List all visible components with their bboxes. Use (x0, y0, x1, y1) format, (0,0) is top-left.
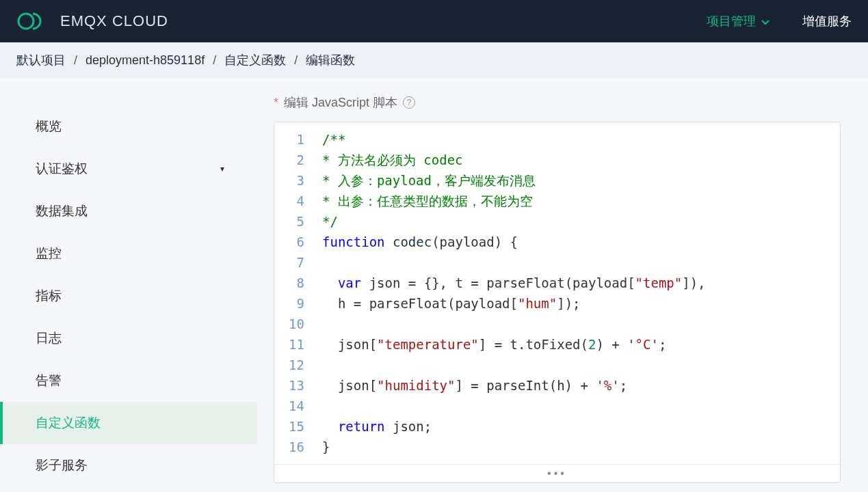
editor-label: 编辑 JavaScript 脚本 (284, 94, 397, 111)
breadcrumb-item[interactable]: 默认项目 (16, 52, 66, 68)
sidebar-item-2[interactable]: 数据集成 (0, 190, 257, 232)
breadcrumb-separator: / (74, 53, 77, 68)
brand-logo-icon (16, 12, 49, 31)
sidebar-item-label: 概览 (36, 118, 62, 135)
sidebar-item-label: 认证鉴权 (36, 160, 88, 178)
code-line: * 方法名必须为 codec (322, 150, 829, 170)
code-line: /** (322, 129, 829, 150)
line-number: 9 (285, 293, 304, 314)
line-number: 14 (285, 396, 304, 416)
code-line: } (322, 437, 829, 457)
code-editor[interactable]: 12345678910111213141516 /*** 方法名必须为 code… (274, 122, 841, 483)
line-number: 5 (285, 211, 304, 232)
logo-area: EMQX CLOUD (16, 12, 168, 31)
sidebar-item-4[interactable]: 指标 (0, 275, 257, 317)
line-number: 1 (285, 129, 304, 150)
header-nav: 项目管理 增值服务 (707, 13, 852, 29)
app-header: EMQX CLOUD 项目管理 增值服务 (0, 0, 868, 42)
code-line: json["temperature"] = t.toFixed(2) + '°C… (322, 334, 829, 355)
sidebar-item-6[interactable]: 告警 (0, 359, 257, 402)
breadcrumb-item[interactable]: 自定义函数 (224, 52, 286, 68)
code-line (322, 252, 829, 273)
code-line: return json; (322, 416, 829, 437)
help-icon[interactable]: ? (403, 96, 415, 109)
required-asterisk: * (274, 96, 278, 110)
editor-body: 12345678910111213141516 /*** 方法名必须为 code… (274, 122, 840, 464)
sidebar-item-label: 日志 (36, 329, 62, 347)
sidebar-item-label: 数据集成 (36, 202, 88, 220)
code-line (322, 355, 829, 375)
line-number: 8 (285, 273, 304, 293)
code-line: */ (322, 211, 829, 232)
sidebar-item-5[interactable]: 日志 (0, 317, 257, 359)
code-line: h = parseFloat(payload["hum"]); (322, 293, 829, 314)
code-line: * 入参：payload，客户端发布消息 (322, 170, 829, 191)
code-line (322, 396, 829, 416)
line-gutter: 12345678910111213141516 (274, 122, 311, 464)
nav-project-management[interactable]: 项目管理 (707, 13, 770, 29)
code-content[interactable]: /*** 方法名必须为 codec* 入参：payload，客户端发布消息* 出… (311, 122, 840, 464)
line-number: 12 (285, 355, 304, 375)
code-line: json["humidity"] = parseInt(h) + '%'; (322, 375, 829, 396)
code-line (322, 314, 829, 334)
sidebar-item-1[interactable]: 认证鉴权▾ (0, 148, 257, 190)
sidebar-item-label: 自定义函数 (36, 414, 101, 432)
breadcrumb-separator: / (294, 53, 298, 68)
chevron-down-icon (761, 14, 770, 29)
line-number: 11 (285, 334, 304, 355)
resize-handle[interactable]: ••• (274, 464, 840, 482)
sidebar-item-label: 指标 (36, 287, 62, 305)
line-number: 7 (285, 252, 304, 273)
line-number: 13 (285, 375, 304, 396)
line-number: 10 (285, 314, 304, 334)
code-line: var json = {}, t = parseFloat(payload["t… (322, 273, 829, 293)
sidebar: 概览认证鉴权▾数据集成监控指标日志告警自定义函数影子服务 (0, 78, 257, 492)
breadcrumb-item[interactable]: deployment-h859118f (86, 53, 205, 68)
svg-point-0 (18, 14, 34, 29)
sidebar-item-3[interactable]: 监控 (0, 232, 257, 275)
sidebar-item-label: 告警 (36, 372, 62, 390)
sidebar-item-8[interactable]: 影子服务 (0, 444, 257, 487)
line-number: 4 (285, 191, 304, 211)
line-number: 2 (285, 150, 304, 170)
breadcrumb: 默认项目 / deployment-h859118f / 自定义函数 / 编辑函… (0, 42, 868, 78)
line-number: 6 (285, 232, 304, 252)
breadcrumb-separator: / (213, 53, 216, 68)
breadcrumb-item: 编辑函数 (306, 52, 355, 68)
line-number: 16 (285, 437, 304, 457)
main-area: 概览认证鉴权▾数据集成监控指标日志告警自定义函数影子服务 * 编辑 JavaSc… (0, 78, 868, 492)
sidebar-item-label: 影子服务 (36, 456, 88, 474)
content-area: * 编辑 JavaScript 脚本 ? 1234567891011121314… (257, 78, 868, 492)
code-line: * 出参：任意类型的数据，不能为空 (322, 191, 829, 211)
line-number: 3 (285, 170, 304, 191)
sidebar-item-0[interactable]: 概览 (0, 105, 257, 148)
line-number: 15 (285, 416, 304, 437)
nav-project-label: 项目管理 (707, 13, 756, 29)
editor-label-row: * 编辑 JavaScript 脚本 ? (274, 94, 841, 111)
chevron-down-icon: ▾ (220, 164, 224, 174)
code-line: function codec(payload) { (322, 232, 829, 252)
brand-text: EMQX CLOUD (60, 12, 168, 30)
sidebar-item-label: 监控 (36, 245, 62, 262)
sidebar-item-7[interactable]: 自定义函数 (0, 402, 257, 444)
nav-value-services[interactable]: 增值服务 (802, 13, 852, 29)
